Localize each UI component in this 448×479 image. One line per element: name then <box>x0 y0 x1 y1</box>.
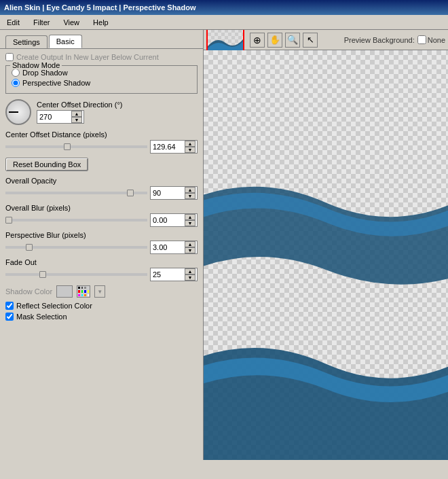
shadow-color-row: Shadow Color ▼ <box>5 285 198 298</box>
fade-out-spinner: ▲ ▼ <box>150 268 198 281</box>
opacity-spinner-buttons: ▲ ▼ <box>185 187 195 199</box>
main-layout: Settings Basic Create Output In New Laye… <box>0 30 448 460</box>
opacity-input[interactable] <box>151 188 185 198</box>
menu-edit[interactable]: Edit <box>3 17 24 28</box>
tab-settings[interactable]: Settings <box>5 35 48 48</box>
perspective-blur-input[interactable] <box>151 243 185 252</box>
perspective-blur-spinner: ▲ ▼ <box>150 241 198 254</box>
shadow-color-label: Shadow Color <box>5 287 52 296</box>
opacity-controls: ▲ ▼ <box>5 186 198 200</box>
offset-distance-input[interactable] <box>151 142 185 152</box>
none-checkbox-group: None <box>417 35 445 44</box>
left-panel: Settings Basic Create Output In New Laye… <box>0 30 204 460</box>
direction-spin-up[interactable]: ▲ <box>71 111 82 117</box>
fade-out-row: Fade Out ▲ ▼ <box>5 258 198 281</box>
direction-spin-down[interactable]: ▼ <box>71 117 82 123</box>
offset-distance-spin-up[interactable]: ▲ <box>185 141 195 147</box>
drop-shadow-radio[interactable] <box>12 69 20 77</box>
preview-bg-label: Preview Background: None <box>344 35 445 44</box>
mask-row: Mask Selection <box>5 313 198 321</box>
menu-filter[interactable]: Filter <box>29 17 54 28</box>
fade-out-spin-down[interactable]: ▼ <box>185 274 195 281</box>
perspective-shadow-label: Perspective Shadow <box>22 79 90 87</box>
perspective-blur-spin-up[interactable]: ▲ <box>185 241 195 247</box>
fade-out-spin-up[interactable]: ▲ <box>185 268 195 274</box>
blur-spinner-buttons: ▲ ▼ <box>185 214 195 226</box>
hand-tool-button[interactable]: ✋ <box>267 33 282 48</box>
create-output-checkbox[interactable] <box>5 53 14 61</box>
perspective-blur-spin-down[interactable]: ▼ <box>185 247 195 253</box>
menu-help[interactable]: Help <box>89 17 113 28</box>
blur-input[interactable] <box>151 215 185 225</box>
offset-distance-row: Center Offset Distance (pixels) ▲ ▼ <box>5 130 198 154</box>
perspective-shadow-radio[interactable] <box>12 79 20 87</box>
create-output-label: Create Output In New Layer Below Current <box>16 53 159 61</box>
reflect-row: Reflect Selection Color <box>5 302 198 310</box>
opacity-label: Overall Opacity <box>5 177 198 185</box>
zoom-reset-button[interactable]: ⊕ <box>250 33 265 48</box>
preview-wave-svg <box>204 50 448 460</box>
perspective-blur-row: Perspective Blur (pixels) ▲ ▼ <box>5 231 198 254</box>
none-checkbox[interactable] <box>417 35 426 44</box>
fade-out-label: Fade Out <box>5 258 198 266</box>
shadow-color-grid[interactable] <box>77 285 90 298</box>
fade-out-controls: ▲ ▼ <box>5 268 198 281</box>
opacity-slider-track <box>5 188 147 198</box>
perspective-blur-label: Perspective Blur (pixels) <box>5 231 198 239</box>
shadow-color-swatch[interactable] <box>56 285 73 298</box>
menu-bar: Edit Filter View Help <box>0 15 448 30</box>
offset-distance-slider[interactable] <box>5 145 147 148</box>
fade-out-input[interactable] <box>151 270 185 279</box>
mask-label: Mask Selection <box>16 313 67 321</box>
offset-distance-spinner: ▲ ▼ <box>150 140 198 154</box>
direction-input[interactable] <box>37 112 71 122</box>
direction-label: Center Offset Direction (°) <box>37 101 122 109</box>
perspective-blur-slider[interactable] <box>5 246 147 249</box>
shadow-mode-label: Shadow Mode <box>10 61 62 69</box>
reflect-label: Reflect Selection Color <box>16 302 92 310</box>
reset-bounding-box-button[interactable]: Reset Bounding Box <box>5 158 88 171</box>
offset-distance-spin-down[interactable]: ▼ <box>185 147 195 153</box>
none-label: None <box>428 36 445 44</box>
opacity-spinner: ▲ ▼ <box>150 186 198 200</box>
perspective-blur-slider-track <box>5 243 147 252</box>
title-bar: Alien Skin | Eye Candy 5 Impact | Perspe… <box>0 0 448 15</box>
perspective-blur-controls: ▲ ▼ <box>5 241 198 254</box>
preview-bg-text: Preview Background: <box>344 36 415 44</box>
fade-out-spinner-buttons: ▲ ▼ <box>185 268 195 281</box>
drop-shadow-label: Drop Shadow <box>22 69 68 77</box>
blur-slider-track <box>5 215 147 225</box>
blur-spin-down[interactable]: ▼ <box>185 220 195 226</box>
right-panel: ⊕ ✋ 🔍 ↖ Preview Background: None <box>204 30 448 460</box>
offset-distance-slider-track <box>5 142 147 152</box>
offset-distance-label: Center Offset Distance (pixels) <box>5 130 198 139</box>
blur-slider[interactable] <box>5 219 147 221</box>
blur-row: Overall Blur (pixels) ▲ ▼ <box>5 204 198 227</box>
pointer-button[interactable]: ↖ <box>303 33 318 48</box>
menu-view[interactable]: View <box>59 17 83 28</box>
blur-spinner: ▲ ▼ <box>150 213 198 227</box>
perspective-blur-spinner-buttons: ▲ ▼ <box>185 241 195 253</box>
opacity-row: Overall Opacity ▲ ▼ <box>5 177 198 200</box>
opacity-slider[interactable] <box>5 192 147 194</box>
preview-area <box>204 50 448 460</box>
offset-distance-controls: ▲ ▼ <box>5 140 198 154</box>
zoom-in-button[interactable]: 🔍 <box>285 33 300 48</box>
preview-top-bar: ⊕ ✋ 🔍 ↖ Preview Background: None <box>204 30 448 50</box>
opacity-spin-down[interactable]: ▼ <box>185 193 195 199</box>
create-output-row: Create Output In New Layer Below Current <box>5 53 198 61</box>
fade-out-slider[interactable] <box>5 273 147 276</box>
reflect-checkbox[interactable] <box>5 302 14 310</box>
dial-line <box>9 111 18 113</box>
title-text: Alien Skin | Eye Candy 5 Impact | Perspe… <box>4 3 195 12</box>
mask-checkbox[interactable] <box>5 313 14 321</box>
blur-spin-up[interactable]: ▲ <box>185 214 195 220</box>
direction-label-group: Center Offset Direction (°) ▲ ▼ <box>37 101 122 124</box>
tab-basic[interactable]: Basic <box>49 35 82 48</box>
direction-dial[interactable] <box>5 99 31 125</box>
direction-spinner-buttons: ▲ ▼ <box>71 111 82 123</box>
fade-out-slider-track <box>5 270 147 279</box>
shadow-color-dropdown[interactable]: ▼ <box>94 285 105 298</box>
opacity-spin-up[interactable]: ▲ <box>185 187 195 193</box>
offset-distance-spinner-buttons: ▲ ▼ <box>185 141 195 153</box>
